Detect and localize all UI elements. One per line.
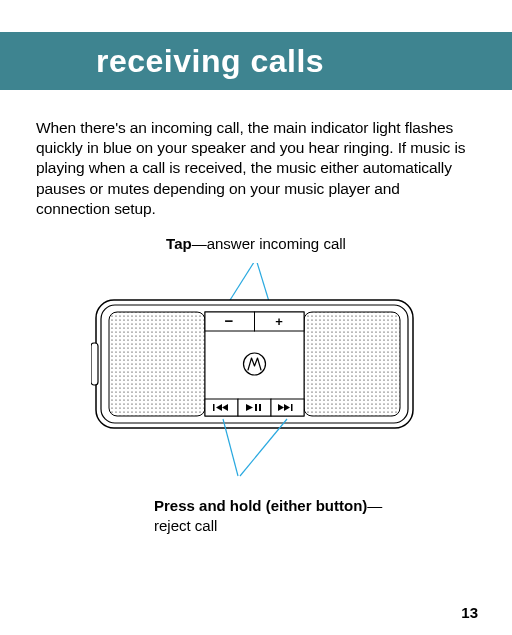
svg-rect-6	[259, 404, 261, 411]
device-illustration: − +	[91, 263, 421, 493]
plus-icon: +	[275, 314, 283, 329]
page-number: 13	[461, 604, 478, 621]
svg-rect-9	[291, 404, 293, 411]
content-area: When there's an incoming call, the main …	[0, 90, 512, 535]
speaker-grille-right	[304, 312, 400, 416]
svg-rect-5	[255, 404, 257, 411]
svg-rect-1	[213, 404, 215, 411]
device-figure: Tap—answer incoming call	[36, 235, 476, 535]
speaker-grille-left	[109, 312, 205, 416]
logo-circle	[244, 353, 266, 375]
top-callout: Tap—answer incoming call	[166, 235, 346, 252]
bottom-callout: Press and hold (either button)—reject ca…	[154, 496, 414, 535]
device-left-nub	[91, 343, 98, 385]
btn-playpause	[238, 399, 271, 416]
bottom-callout-bold: Press and hold (either button)	[154, 497, 367, 514]
body-paragraph: When there's an incoming call, the main …	[36, 118, 476, 220]
page: receiving calls When there's an incoming…	[0, 0, 512, 635]
section-header-bar: receiving calls	[0, 32, 512, 90]
top-callout-bold: Tap	[166, 235, 192, 252]
section-title: receiving calls	[96, 43, 324, 80]
minus-icon: −	[225, 312, 234, 329]
top-callout-rest: —answer incoming call	[192, 235, 346, 252]
